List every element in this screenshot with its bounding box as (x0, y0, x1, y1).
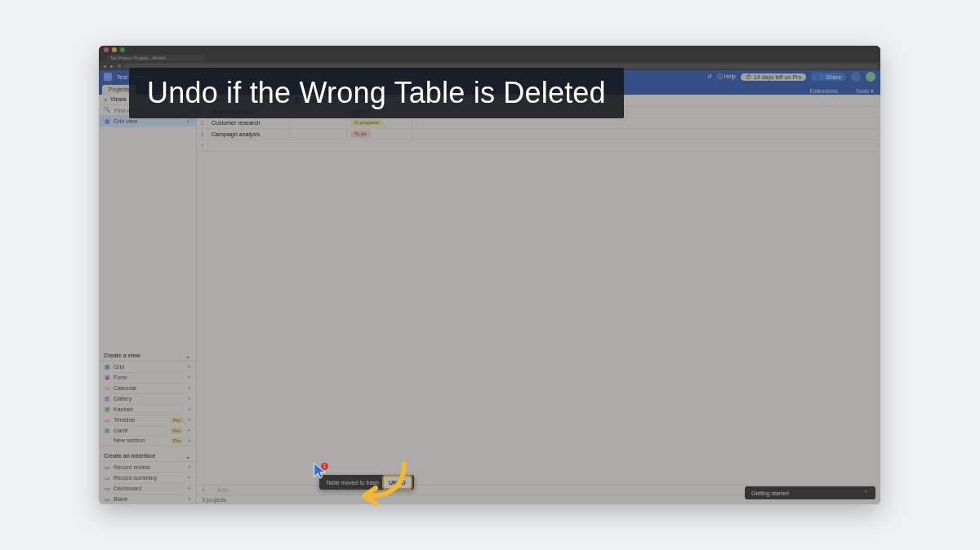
timeline-icon: ▭ (104, 417, 110, 424)
cell-assignee[interactable] (290, 118, 347, 128)
gallery-icon: ▥ (104, 396, 110, 402)
grid-icon: ▦ (104, 118, 110, 125)
browser-tabbar: Test Project: Projects - Airtable (99, 54, 880, 62)
getting-started-label: Getting started (751, 490, 789, 496)
search-icon: 🔍 (104, 107, 111, 113)
lbl: New section (104, 435, 167, 446)
plus-icon: + (187, 406, 191, 413)
views-icon: ≡ (104, 97, 107, 103)
table-row[interactable]: 2 Customer research In progress (197, 118, 880, 129)
grid-icon: ▦ (104, 364, 110, 370)
cell-status[interactable]: In progress (347, 118, 412, 128)
footer-tools[interactable]: ⋯ Add... (210, 487, 232, 494)
plus-icon: + (187, 437, 191, 445)
help-link[interactable]: ⓘ Help (717, 73, 736, 81)
lbl: Blank (114, 494, 184, 505)
kanban-icon: ▤ (104, 406, 110, 413)
create-timeline[interactable]: ▭TimelinePro+ (99, 415, 196, 425)
max-dot[interactable] (120, 47, 125, 52)
lbl: Grid (114, 361, 184, 373)
record-summary-icon: ▭ (104, 475, 110, 481)
cell-assignee[interactable] (290, 129, 347, 140)
lbl: Form (114, 372, 184, 384)
create-gallery[interactable]: ▥Gallery+ (99, 393, 196, 404)
back-icon[interactable]: ◄ (102, 64, 107, 69)
create-grid[interactable]: ▦Grid+ (99, 361, 196, 372)
toast: Table moved to trash UNDO (319, 475, 414, 490)
create-kanban[interactable]: ▤Kanban+ (99, 404, 196, 415)
right-tools: Extensions Tools ▾ (802, 88, 881, 95)
row-num: 3 (197, 129, 208, 140)
check-icon: ✓ (186, 118, 191, 125)
create-view-header[interactable]: Create a view ⌄ (99, 351, 196, 361)
plus-icon: + (187, 416, 191, 424)
chevron-up-icon: ⌃ (863, 490, 869, 497)
create-section[interactable]: New sectionPro+ (99, 436, 196, 446)
window-titlebar (99, 46, 880, 54)
plus-icon: + (187, 485, 191, 492)
gantt-icon: ▤ (104, 428, 110, 434)
iface-record-review[interactable]: ▭Record review+ (99, 462, 196, 472)
create-interface-label: Create an interface (104, 450, 182, 462)
grid-area: ▢ AName▾ 👤Assignee+ ◉Status▾ + 1 Quarter… (197, 95, 880, 504)
create-view-label: Create a view (104, 350, 182, 361)
undo-button[interactable]: UNDO (384, 477, 411, 488)
min-dot[interactable] (112, 47, 117, 52)
pro-badge: Pro (170, 428, 184, 434)
chevron-down-icon: ⌄ (185, 453, 191, 460)
plus-icon: + (187, 395, 191, 402)
create-calendar[interactable]: ▭Calendar+ (99, 383, 196, 393)
plus-icon: + (187, 374, 191, 381)
lbl: Kanban (114, 404, 184, 415)
notifications-icon[interactable] (851, 72, 861, 82)
create-form[interactable]: ▣Form+ (99, 372, 196, 383)
app-logo-icon[interactable] (104, 73, 112, 81)
add-record-icon[interactable]: + (202, 487, 205, 493)
dashboard-icon: ▭ (104, 486, 110, 492)
row-num: 2 (197, 118, 208, 128)
lbl: Timeline (114, 415, 167, 426)
form-icon: ▣ (104, 375, 110, 381)
lbl: Record summary (114, 472, 184, 484)
lbl: Gallery (114, 393, 184, 405)
close-dot[interactable] (104, 47, 109, 52)
iface-record-summary[interactable]: ▭Record summary+ (99, 472, 196, 483)
getting-started-panel[interactable]: Getting started ⌃ (745, 486, 875, 499)
record-count: 3 projects (202, 497, 226, 503)
lbl: Dashboard (114, 483, 184, 495)
plus-icon: + (187, 427, 191, 434)
history-icon[interactable]: ↺ (707, 73, 712, 80)
browser-tab[interactable]: Test Project: Projects - Airtable (107, 55, 205, 61)
plus-icon: + (187, 474, 191, 481)
user-avatar[interactable] (866, 72, 875, 82)
cell-name[interactable]: Campaign analysis (208, 129, 290, 140)
table-row[interactable]: 3 Campaign analysis To do (197, 129, 880, 140)
create-interface-header[interactable]: Create an interface ⌄ (99, 451, 196, 462)
plus-icon: + (187, 384, 191, 392)
iface-dashboard[interactable]: ▭Dashboard+ (99, 483, 196, 494)
fwd-icon[interactable]: ► (109, 64, 114, 69)
chevron-down-icon: ⌄ (185, 353, 191, 360)
extensions-link[interactable]: Extensions (810, 88, 838, 94)
reload-icon[interactable]: ⟳ (117, 64, 122, 69)
blank-icon: ▭ (104, 496, 110, 503)
lbl: Record review (114, 462, 184, 473)
pro-badge: Pro (170, 437, 184, 444)
tools-link[interactable]: Tools ▾ (848, 88, 874, 94)
app-body: ≡ Views 🔍 ⚙ ▦ Grid view ✓ Create a view (99, 95, 880, 504)
share-button[interactable]: 👥 Share (811, 73, 846, 81)
plus-icon: + (187, 363, 191, 370)
trial-chip[interactable]: ⏱ 14 days left on Pro (741, 73, 806, 81)
sidebar: ≡ Views 🔍 ⚙ ▦ Grid view ✓ Create a view (99, 95, 197, 504)
plus-icon: + (187, 464, 191, 471)
record-review-icon: ▭ (104, 464, 110, 471)
iface-blank[interactable]: ▭Blank+ (99, 494, 196, 504)
cursor-badge: 1 (321, 463, 328, 470)
tutorial-title-overlay: Undo if the Wrong Table is Deleted (129, 68, 624, 118)
cell-name[interactable]: Customer research (208, 118, 290, 128)
cell-status[interactable]: To do (347, 129, 412, 140)
plus-icon: + (197, 140, 208, 151)
add-row[interactable]: + (197, 140, 880, 152)
lbl: Calendar (114, 383, 184, 394)
pro-badge: Pro (170, 417, 184, 424)
